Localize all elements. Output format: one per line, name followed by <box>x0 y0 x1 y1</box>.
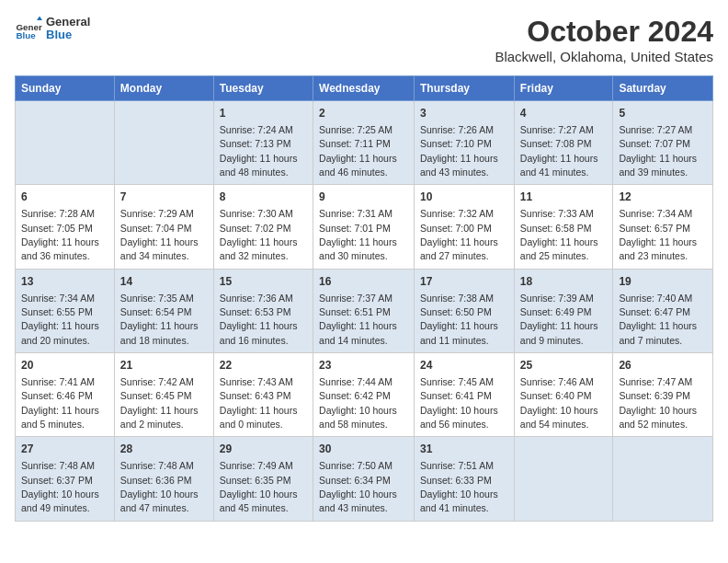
calendar-subtitle: Blackwell, Oklahoma, United States <box>495 49 713 64</box>
day-number: 2 <box>319 106 408 121</box>
day-cell: 31Sunrise: 7:51 AM Sunset: 6:33 PM Dayli… <box>415 437 515 521</box>
day-info: Sunrise: 7:44 AM Sunset: 6:42 PM Dayligh… <box>319 376 397 430</box>
day-cell: 8Sunrise: 7:30 AM Sunset: 7:02 PM Daylig… <box>213 185 313 269</box>
day-info: Sunrise: 7:27 AM Sunset: 7:08 PM Dayligh… <box>520 124 598 178</box>
day-number: 3 <box>420 106 508 121</box>
day-cell: 29Sunrise: 7:49 AM Sunset: 6:35 PM Dayli… <box>213 437 313 521</box>
day-cell: 23Sunrise: 7:44 AM Sunset: 6:42 PM Dayli… <box>313 353 415 437</box>
day-cell: 9Sunrise: 7:31 AM Sunset: 7:01 PM Daylig… <box>313 185 415 269</box>
day-info: Sunrise: 7:28 AM Sunset: 7:05 PM Dayligh… <box>21 208 99 261</box>
day-cell: 21Sunrise: 7:42 AM Sunset: 6:45 PM Dayli… <box>114 353 213 437</box>
day-number: 31 <box>420 442 508 457</box>
day-cell: 3Sunrise: 7:26 AM Sunset: 7:10 PM Daylig… <box>415 101 515 185</box>
day-number: 22 <box>220 358 307 373</box>
day-info: Sunrise: 7:29 AM Sunset: 7:04 PM Dayligh… <box>120 208 199 261</box>
day-number: 11 <box>520 190 608 205</box>
day-cell: 19Sunrise: 7:40 AM Sunset: 6:47 PM Dayli… <box>613 269 713 352</box>
week-row-4: 20Sunrise: 7:41 AM Sunset: 6:46 PM Dayli… <box>16 353 713 437</box>
day-number: 9 <box>319 190 408 205</box>
day-info: Sunrise: 7:42 AM Sunset: 6:45 PM Dayligh… <box>120 376 199 430</box>
day-info: Sunrise: 7:36 AM Sunset: 6:53 PM Dayligh… <box>220 293 298 346</box>
day-number: 20 <box>21 358 108 373</box>
day-cell: 5Sunrise: 7:27 AM Sunset: 7:07 PM Daylig… <box>613 101 713 185</box>
logo-blue: Blue <box>46 29 90 41</box>
day-info: Sunrise: 7:40 AM Sunset: 6:47 PM Dayligh… <box>619 293 697 346</box>
svg-marker-2 <box>37 17 42 21</box>
week-row-2: 6Sunrise: 7:28 AM Sunset: 7:05 PM Daylig… <box>16 185 713 269</box>
day-number: 8 <box>220 190 307 205</box>
header-cell-friday: Friday <box>514 76 613 101</box>
day-info: Sunrise: 7:37 AM Sunset: 6:51 PM Dayligh… <box>319 293 397 346</box>
day-info: Sunrise: 7:38 AM Sunset: 6:50 PM Dayligh… <box>420 293 498 346</box>
day-cell: 13Sunrise: 7:34 AM Sunset: 6:55 PM Dayli… <box>16 269 115 352</box>
day-cell: 17Sunrise: 7:38 AM Sunset: 6:50 PM Dayli… <box>415 269 515 352</box>
day-info: Sunrise: 7:24 AM Sunset: 7:13 PM Dayligh… <box>220 124 298 178</box>
day-number: 24 <box>420 358 508 373</box>
day-info: Sunrise: 7:41 AM Sunset: 6:46 PM Dayligh… <box>21 376 99 430</box>
header-cell-monday: Monday <box>114 76 213 101</box>
day-number: 30 <box>319 442 408 457</box>
day-info: Sunrise: 7:50 AM Sunset: 6:34 PM Dayligh… <box>319 460 397 513</box>
day-cell <box>514 437 613 521</box>
day-info: Sunrise: 7:30 AM Sunset: 7:02 PM Dayligh… <box>220 208 298 261</box>
day-cell: 20Sunrise: 7:41 AM Sunset: 6:46 PM Dayli… <box>16 353 115 437</box>
header-cell-thursday: Thursday <box>415 76 515 101</box>
header-cell-wednesday: Wednesday <box>313 76 415 101</box>
day-info: Sunrise: 7:34 AM Sunset: 6:57 PM Dayligh… <box>619 208 697 261</box>
day-info: Sunrise: 7:25 AM Sunset: 7:11 PM Dayligh… <box>319 124 397 178</box>
day-cell: 10Sunrise: 7:32 AM Sunset: 7:00 PM Dayli… <box>415 185 515 269</box>
week-row-1: 1Sunrise: 7:24 AM Sunset: 7:13 PM Daylig… <box>16 101 713 185</box>
logo: General Blue General Blue <box>15 15 90 42</box>
day-info: Sunrise: 7:35 AM Sunset: 6:54 PM Dayligh… <box>120 293 199 346</box>
day-number: 17 <box>420 274 508 290</box>
day-cell: 7Sunrise: 7:29 AM Sunset: 7:04 PM Daylig… <box>114 185 213 269</box>
day-info: Sunrise: 7:34 AM Sunset: 6:55 PM Dayligh… <box>21 293 99 346</box>
calendar-body: 1Sunrise: 7:24 AM Sunset: 7:13 PM Daylig… <box>16 101 713 522</box>
day-number: 16 <box>319 274 408 290</box>
logo-text: General Blue <box>46 16 90 42</box>
day-cell <box>114 101 213 185</box>
calendar-header: SundayMondayTuesdayWednesdayThursdayFrid… <box>16 76 713 101</box>
day-number: 26 <box>619 358 707 373</box>
day-cell: 28Sunrise: 7:48 AM Sunset: 6:36 PM Dayli… <box>114 437 213 521</box>
day-number: 7 <box>120 190 208 205</box>
logo-icon: General Blue <box>15 15 42 42</box>
day-number: 28 <box>120 442 208 457</box>
day-cell: 16Sunrise: 7:37 AM Sunset: 6:51 PM Dayli… <box>313 269 415 352</box>
day-cell: 24Sunrise: 7:45 AM Sunset: 6:41 PM Dayli… <box>415 353 515 437</box>
header-row: SundayMondayTuesdayWednesdayThursdayFrid… <box>16 76 713 101</box>
day-number: 13 <box>21 274 108 290</box>
day-cell: 2Sunrise: 7:25 AM Sunset: 7:11 PM Daylig… <box>313 101 415 185</box>
title-block: October 2024 Blackwell, Oklahoma, United… <box>495 15 713 64</box>
day-info: Sunrise: 7:33 AM Sunset: 6:58 PM Dayligh… <box>520 208 598 261</box>
day-cell: 14Sunrise: 7:35 AM Sunset: 6:54 PM Dayli… <box>114 269 213 352</box>
day-number: 10 <box>420 190 508 205</box>
day-cell: 11Sunrise: 7:33 AM Sunset: 6:58 PM Dayli… <box>514 185 613 269</box>
day-cell: 27Sunrise: 7:48 AM Sunset: 6:37 PM Dayli… <box>16 437 115 521</box>
header-cell-saturday: Saturday <box>613 76 713 101</box>
day-number: 12 <box>619 190 707 205</box>
day-number: 23 <box>319 358 408 373</box>
day-number: 15 <box>220 274 307 290</box>
day-info: Sunrise: 7:51 AM Sunset: 6:33 PM Dayligh… <box>420 460 498 513</box>
day-number: 29 <box>220 442 307 457</box>
day-number: 1 <box>220 106 307 121</box>
day-number: 14 <box>120 274 208 290</box>
day-info: Sunrise: 7:46 AM Sunset: 6:40 PM Dayligh… <box>520 376 598 430</box>
calendar-table: SundayMondayTuesdayWednesdayThursdayFrid… <box>15 75 713 522</box>
day-info: Sunrise: 7:48 AM Sunset: 6:36 PM Dayligh… <box>120 460 199 513</box>
day-cell: 1Sunrise: 7:24 AM Sunset: 7:13 PM Daylig… <box>213 101 313 185</box>
day-cell: 25Sunrise: 7:46 AM Sunset: 6:40 PM Dayli… <box>514 353 613 437</box>
svg-text:Blue: Blue <box>17 30 37 40</box>
day-cell <box>613 437 713 521</box>
day-info: Sunrise: 7:49 AM Sunset: 6:35 PM Dayligh… <box>220 460 298 513</box>
day-info: Sunrise: 7:47 AM Sunset: 6:39 PM Dayligh… <box>619 376 697 430</box>
day-info: Sunrise: 7:39 AM Sunset: 6:49 PM Dayligh… <box>520 293 598 346</box>
day-cell: 18Sunrise: 7:39 AM Sunset: 6:49 PM Dayli… <box>514 269 613 352</box>
day-cell: 15Sunrise: 7:36 AM Sunset: 6:53 PM Dayli… <box>213 269 313 352</box>
day-cell: 4Sunrise: 7:27 AM Sunset: 7:08 PM Daylig… <box>514 101 613 185</box>
day-cell: 22Sunrise: 7:43 AM Sunset: 6:43 PM Dayli… <box>213 353 313 437</box>
day-info: Sunrise: 7:45 AM Sunset: 6:41 PM Dayligh… <box>420 376 498 430</box>
calendar-title: October 2024 <box>495 15 713 49</box>
day-info: Sunrise: 7:31 AM Sunset: 7:01 PM Dayligh… <box>319 208 397 261</box>
